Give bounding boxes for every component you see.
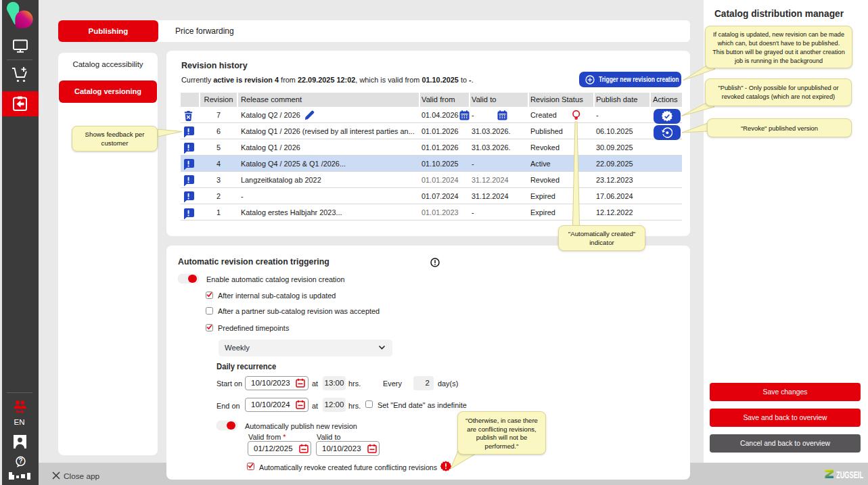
svg-text:?: ? xyxy=(18,457,22,465)
